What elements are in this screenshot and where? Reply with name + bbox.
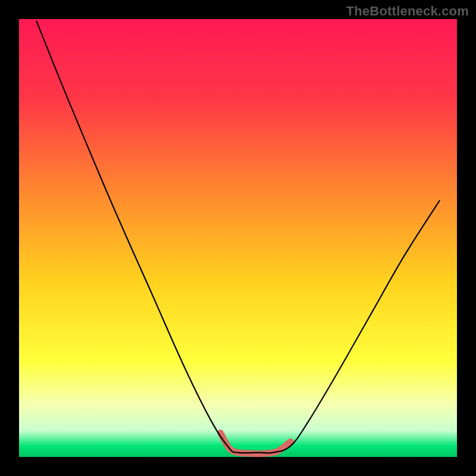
- chart-canvas: [0, 0, 476, 476]
- plot-background: [19, 19, 457, 457]
- watermark-text: TheBottleneck.com: [346, 4, 469, 19]
- chart-frame: TheBottleneck.com: [0, 0, 476, 476]
